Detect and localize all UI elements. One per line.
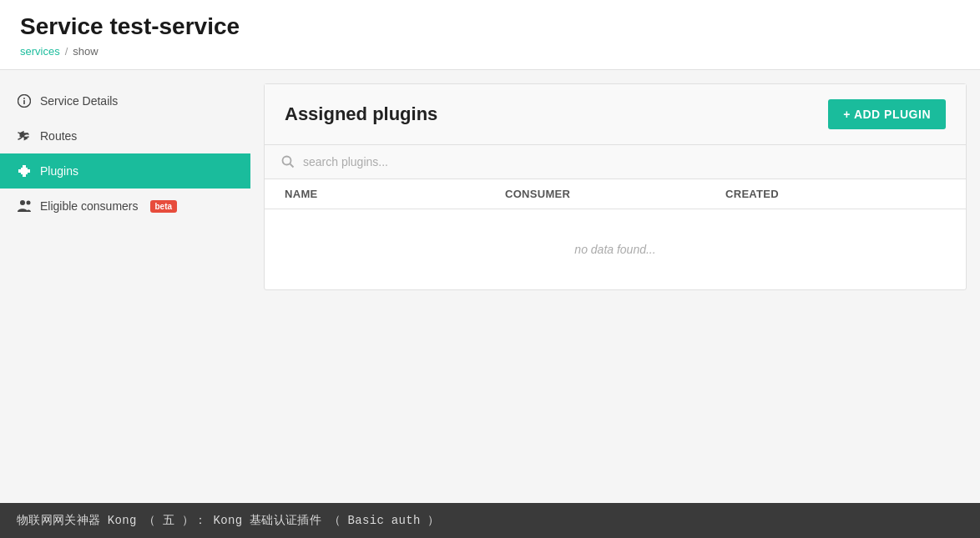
breadcrumb-separator: / — [65, 45, 68, 58]
table-header: Name Consumer Created — [265, 179, 966, 209]
main-content: Assigned plugins + ADD PLUGIN Name Consu… — [250, 70, 980, 503]
sidebar-item-eligible-consumers-label: Eligible consumers — [40, 199, 139, 213]
col-name: Name — [285, 188, 505, 200]
svg-rect-1 — [23, 100, 25, 104]
search-bar — [265, 145, 966, 179]
sidebar-item-plugins-label: Plugins — [40, 164, 78, 178]
svg-point-4 — [27, 201, 31, 205]
footer-text: 物联网网关神器 Kong （ 五 ）： Kong 基础认证插件 （ Basic … — [17, 514, 440, 527]
breadcrumb: services / show — [20, 45, 960, 58]
footer: 物联网网关神器 Kong （ 五 ）： Kong 基础认证插件 （ Basic … — [0, 503, 980, 538]
card-title: Assigned plugins — [285, 103, 437, 125]
svg-point-3 — [20, 200, 25, 205]
breadcrumb-current: show — [73, 45, 98, 58]
svg-point-2 — [23, 98, 25, 99]
sidebar-item-service-details-label: Service Details — [40, 94, 118, 108]
card-header: Assigned plugins + ADD PLUGIN — [265, 84, 966, 145]
plugins-icon — [17, 163, 32, 178]
consumers-icon — [17, 199, 32, 214]
page-title: Service test-service — [20, 13, 960, 40]
col-created: Created — [725, 188, 946, 200]
sidebar-item-routes-label: Routes — [40, 129, 77, 143]
col-consumer: Consumer — [505, 188, 725, 200]
no-data-message: no data found... — [265, 209, 966, 289]
breadcrumb-services-link[interactable]: services — [20, 45, 60, 58]
plugins-card: Assigned plugins + ADD PLUGIN Name Consu… — [264, 83, 967, 290]
page-header: Service test-service services / show — [0, 0, 980, 70]
add-plugin-button[interactable]: + ADD PLUGIN — [828, 99, 946, 129]
search-icon — [281, 155, 295, 168]
sidebar: Service Details Routes Plugins — [0, 70, 250, 503]
svg-point-5 — [283, 157, 291, 165]
routes-icon — [17, 128, 32, 143]
beta-badge: beta — [150, 200, 178, 213]
sidebar-item-plugins[interactable]: Plugins — [0, 153, 250, 189]
svg-line-6 — [290, 164, 294, 168]
sidebar-item-routes[interactable]: Routes — [0, 118, 250, 153]
sidebar-item-service-details[interactable]: Service Details — [0, 83, 250, 118]
sidebar-item-eligible-consumers[interactable]: Eligible consumers beta — [0, 189, 250, 224]
search-input[interactable] — [303, 155, 487, 168]
info-icon — [17, 93, 32, 108]
body-layout: Service Details Routes Plugins — [0, 70, 980, 503]
